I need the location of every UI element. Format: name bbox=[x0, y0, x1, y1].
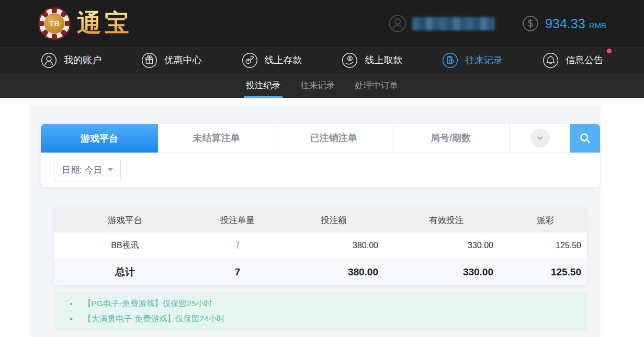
tab-game-platform[interactable]: 游戏平台 bbox=[41, 124, 158, 153]
note-line-pg: • 【PG电子-免费游戏】仅保留25小时 bbox=[54, 296, 587, 311]
search-icon bbox=[578, 131, 592, 145]
top-header: TB 通宝 934.33 RMB bbox=[0, 0, 644, 47]
user-info[interactable] bbox=[388, 14, 495, 33]
dollar-circle-icon bbox=[522, 15, 539, 32]
nav-label: 线上存款 bbox=[265, 54, 302, 66]
total-valid-bet: 330.00 bbox=[389, 266, 504, 278]
nav-label: 线上取款 bbox=[365, 54, 402, 66]
bullet-icon: • bbox=[70, 299, 83, 309]
results-table: 游戏平台 投注单量 投注额 有效投注 派彩 BB视讯 7 380.00 330.… bbox=[54, 208, 587, 285]
tab-cancelled-bets[interactable]: 已注销注单 bbox=[275, 124, 392, 153]
col-header-platform: 游戏平台 bbox=[54, 215, 196, 226]
total-label: 总计 bbox=[54, 265, 196, 279]
user-avatar-icon bbox=[388, 14, 407, 33]
subnav-item-transaction-records[interactable]: 往来记录 bbox=[299, 73, 336, 98]
col-header-bet-count: 投注单量 bbox=[196, 215, 279, 226]
chip-label: TB bbox=[44, 13, 65, 34]
header-right: 934.33 RMB bbox=[388, 0, 606, 47]
tab-unsettled-bets[interactable]: 未结算注单 bbox=[158, 124, 275, 153]
filter-tabs: 游戏平台 未结算注单 已注销注单 局号/期数 bbox=[41, 124, 600, 153]
balance[interactable]: 934.33 RMB bbox=[522, 15, 606, 32]
cell-bet-amount: 380.00 bbox=[279, 241, 389, 250]
balance-amount: 934.33 bbox=[545, 16, 585, 31]
casino-chip-icon: TB bbox=[38, 7, 71, 40]
nav-item-announcements[interactable]: 信息公告 bbox=[543, 52, 603, 68]
note-text: 【PG电子-免费游戏】仅保留25小时 bbox=[83, 298, 212, 309]
dollar-hand-icon bbox=[342, 52, 358, 68]
gift-icon bbox=[141, 52, 157, 68]
table-header-row: 游戏平台 投注单量 投注额 有效投注 派彩 bbox=[54, 208, 587, 233]
triangle-down-icon bbox=[108, 168, 113, 171]
note-text: 【大满贯电子-免费游戏】仅保留24小时 bbox=[83, 313, 224, 324]
nav-item-my-account[interactable]: 我的账户 bbox=[41, 52, 101, 68]
col-header-bet-amount: 投注额 bbox=[279, 215, 389, 226]
expand-tabs-button[interactable] bbox=[530, 129, 550, 148]
filter-card: 游戏平台 未结算注单 已注销注单 局号/期数 bbox=[41, 124, 600, 187]
nav-label: 优惠中心 bbox=[164, 54, 202, 66]
nav-item-promotions[interactable]: 优惠中心 bbox=[141, 52, 202, 68]
sub-nav: 投注纪录 往来记录 处理中订单 bbox=[0, 73, 644, 98]
tab-label: 局号/期数 bbox=[431, 132, 471, 144]
user-icon bbox=[41, 52, 57, 68]
bullet-icon: • bbox=[70, 314, 83, 324]
subnav-label: 往来记录 bbox=[300, 80, 335, 91]
total-payout: 125.50 bbox=[504, 266, 587, 278]
cell-payout: 125.50 bbox=[504, 241, 587, 250]
col-header-payout: 派彩 bbox=[504, 215, 587, 226]
bell-icon bbox=[543, 52, 559, 68]
total-bet-amount: 380.00 bbox=[279, 266, 389, 278]
balance-currency: RMB bbox=[589, 18, 606, 30]
chevron-down-icon bbox=[535, 133, 545, 143]
search-button[interactable] bbox=[570, 124, 600, 153]
table-total-row: 总计 7 380.00 330.00 125.50 bbox=[54, 259, 587, 285]
tab-label: 已注销注单 bbox=[310, 132, 357, 144]
content-panel: 游戏平台 未结算注单 已注销注单 局号/期数 bbox=[29, 104, 601, 337]
nav-label: 信息公告 bbox=[566, 54, 603, 66]
cell-valid-bet: 330.00 bbox=[389, 241, 504, 250]
nav-item-deposit[interactable]: 线上存款 bbox=[242, 52, 302, 68]
date-select[interactable]: 日期: 今日 bbox=[54, 159, 121, 181]
cell-bet-count: 7 bbox=[196, 241, 279, 250]
clipboard-clock-icon bbox=[442, 52, 458, 68]
subnav-item-processing-orders[interactable]: 处理中订单 bbox=[354, 73, 399, 98]
nav-label: 往来记录 bbox=[465, 54, 503, 66]
date-filter-row: 日期: 今日 bbox=[41, 153, 600, 187]
hand-coin-icon bbox=[242, 52, 258, 68]
subnav-label: 投注纪录 bbox=[246, 80, 280, 91]
table-row: BB视讯 7 380.00 330.00 125.50 bbox=[54, 233, 587, 259]
note-line-duobao: • 【大满贯电子-免费游戏】仅保留24小时 bbox=[54, 311, 587, 327]
total-bet-count: 7 bbox=[196, 266, 279, 278]
date-select-value: 日期: 今日 bbox=[62, 164, 102, 176]
notes-panel: • 【PG电子-免费游戏】仅保留25小时 • 【大满贯电子-免费游戏】仅保留24… bbox=[54, 292, 587, 331]
bet-count-link[interactable]: 7 bbox=[235, 241, 240, 250]
notification-dot bbox=[607, 49, 612, 53]
subnav-item-bet-records[interactable]: 投注纪录 bbox=[245, 73, 281, 98]
tab-round-number[interactable]: 局号/期数 bbox=[392, 124, 510, 153]
cell-platform: BB视讯 bbox=[54, 240, 196, 251]
tab-label: 游戏平台 bbox=[81, 132, 118, 145]
nav-item-withdraw[interactable]: 线上取款 bbox=[342, 52, 402, 68]
brand-logo[interactable]: TB 通宝 bbox=[38, 7, 132, 40]
subnav-label: 处理中订单 bbox=[355, 80, 398, 91]
username-blurred bbox=[412, 17, 495, 30]
main-nav: 我的账户 优惠中心 bbox=[0, 47, 644, 73]
brand-name: 通宝 bbox=[77, 7, 132, 40]
nav-label: 我的账户 bbox=[64, 54, 101, 66]
col-header-valid-bet: 有效投注 bbox=[389, 215, 504, 226]
nav-item-transaction-records[interactable]: 往来记录 bbox=[442, 52, 503, 68]
tab-label: 未结算注单 bbox=[193, 132, 240, 144]
tabs-spacer bbox=[510, 124, 570, 153]
